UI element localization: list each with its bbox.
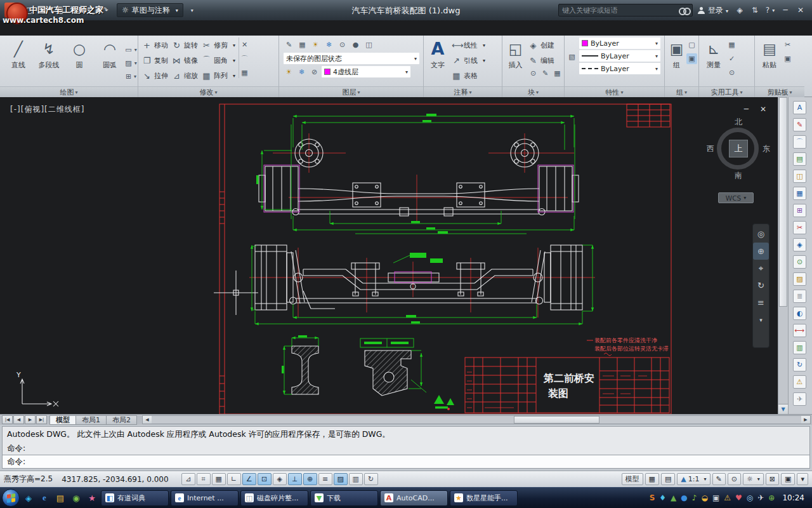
dock-icon-15[interactable]: ▥	[793, 341, 806, 354]
tray-icon-1[interactable]: S	[650, 493, 655, 502]
color-dropdown[interactable]: ByLayer	[579, 37, 660, 49]
help-button[interactable]: ?	[763, 4, 777, 17]
tab-layout2[interactable]: 布局2	[106, 415, 137, 425]
quick-properties-toggle[interactable]: ▥	[349, 473, 363, 485]
first-layout-icon[interactable]: |◀	[2, 415, 13, 424]
panel-annotation-caption[interactable]: 注释	[424, 86, 502, 97]
viewcube-south[interactable]: 南	[735, 170, 742, 181]
layer-freeze-icon[interactable]: ❄	[324, 39, 334, 50]
scale-button[interactable]: ⊿缩放	[170, 68, 200, 83]
table-button[interactable]: ▦表格	[450, 68, 487, 83]
tray-icon-11[interactable]: ✈	[757, 493, 764, 502]
dock-icon-14[interactable]: ⟷	[793, 324, 806, 337]
chamfer-icon[interactable]: ⌒	[239, 53, 250, 64]
circle-button[interactable]: ○圆	[65, 37, 94, 86]
taskbar-clock[interactable]: 10:24	[780, 493, 812, 502]
quick-access-dropdown[interactable]	[184, 4, 198, 17]
dock-icon-11[interactable]: ▨	[793, 272, 806, 286]
polyline-button[interactable]: ↯多段线	[34, 37, 63, 86]
quick-view-drawings-icon[interactable]: ▤	[661, 473, 675, 485]
copy-clip-icon[interactable]: ▣	[782, 53, 793, 64]
panel-group-caption[interactable]: 组	[665, 86, 698, 97]
prev-layout-icon[interactable]: ◀	[13, 415, 24, 424]
edit-block-button[interactable]: ✎编辑	[527, 53, 563, 68]
calculator-icon[interactable]: ▦	[726, 39, 737, 50]
viewcube-north[interactable]: 北	[735, 117, 742, 128]
navbar-menu-icon[interactable]: ▾	[753, 311, 769, 328]
panel-properties-caption[interactable]: 特性	[565, 86, 664, 97]
ortho-toggle[interactable]: ∟	[227, 473, 241, 485]
lineweight-toggle[interactable]: ≡	[318, 473, 332, 485]
group-edit-icon[interactable]: ▣	[686, 53, 697, 64]
panel-utilities-caption[interactable]: 实用工具	[699, 86, 754, 97]
infer-constraints-toggle[interactable]: ⊿	[181, 473, 195, 485]
attribute-icon-2[interactable]: ✎	[540, 68, 551, 79]
mirror-button[interactable]: ⋈镜像	[170, 53, 200, 68]
viewcube-east[interactable]: 东	[763, 144, 770, 154]
tray-icon-2[interactable]: ♦	[659, 493, 666, 502]
quick-select-icon[interactable]: ✓	[726, 53, 737, 64]
pan-icon[interactable]: ⊕	[753, 243, 769, 260]
paste-button[interactable]: ▤粘贴	[757, 37, 782, 86]
create-block-button[interactable]: ◈创建	[527, 37, 563, 53]
polar-toggle[interactable]: ∠	[242, 473, 256, 485]
exchange-apps-icon[interactable]: ◈	[733, 4, 747, 17]
copy-button[interactable]: ❐复制	[140, 53, 170, 68]
layer-state-dropdown[interactable]: 未保存的图层状态	[284, 53, 419, 64]
scroll-down-icon[interactable]: ▼	[778, 404, 788, 414]
trim-button[interactable]: ✂修剪	[200, 37, 237, 53]
dock-icon-12[interactable]: ≣	[793, 290, 806, 303]
tray-icon-9[interactable]: ♥	[735, 493, 742, 502]
quick-launch-icon-1[interactable]: ◈	[22, 491, 36, 505]
dock-icon-9[interactable]: ◈	[793, 238, 806, 251]
status-menu-chevron-icon[interactable]: ▾	[797, 473, 808, 485]
dock-icon-13[interactable]: ◐	[793, 307, 806, 320]
autoscale-icon[interactable]: ⊙	[728, 473, 741, 485]
viewcube-west[interactable]: 西	[707, 144, 714, 154]
cut-icon[interactable]: ✂	[782, 39, 793, 50]
group-button[interactable]: ▣组	[667, 37, 686, 86]
minimize-icon[interactable]: ─	[778, 4, 792, 17]
showmotion-icon[interactable]: ≡	[753, 294, 769, 311]
taskbar-item-download[interactable]: ▼下载	[310, 490, 378, 506]
3dosnap-toggle[interactable]: ◈	[273, 473, 287, 485]
taskbar-item-defrag[interactable]: ◫磁盘碎片整...	[240, 490, 308, 506]
array-button[interactable]: ▦阵列	[200, 68, 237, 83]
current-layer-dropdown[interactable]: 4虚线层	[322, 66, 410, 77]
layer-list-icon[interactable]: ▦	[297, 39, 308, 50]
linear-dimension-button[interactable]: ⟷线性	[450, 37, 487, 53]
taskbar-item-stars[interactable]: ★数星星能手...	[450, 490, 518, 506]
viewcube[interactable]: 北 西 东 南 上	[709, 118, 768, 185]
dock-icon-2[interactable]: ✎	[793, 118, 806, 131]
doc-minimize-icon[interactable]: ─	[744, 105, 749, 114]
orbit-icon[interactable]: ↻	[753, 277, 769, 294]
dock-icon-8[interactable]: ✂	[793, 221, 806, 234]
attribute-icon-3[interactable]: ▦	[552, 68, 563, 79]
annotation-scale-button[interactable]: ▲1:1	[677, 473, 710, 485]
region-icon[interactable]: ⊞	[126, 71, 136, 82]
quick-launch-icon-5[interactable]: ★	[85, 491, 99, 505]
next-layout-icon[interactable]: ▶	[25, 415, 36, 424]
sign-in-button[interactable]: 登录	[708, 5, 728, 16]
stretch-button[interactable]: ↘拉伸	[140, 68, 170, 83]
layer-lock-icon[interactable]: ●	[350, 39, 361, 50]
quick-launch-icon-3[interactable]: ▤	[53, 491, 67, 505]
viewport-controls[interactable]: [-][俯视][二维线框]	[10, 104, 84, 115]
linetype-dropdown[interactable]: ByLayer	[579, 63, 660, 74]
layer-isolate-icon[interactable]: ⊙	[337, 39, 348, 50]
transparency-toggle[interactable]: ▨	[334, 473, 348, 485]
quick-launch-icon-2[interactable]: e	[37, 491, 51, 505]
horizontal-scrollbar-thumb[interactable]	[514, 416, 599, 424]
drawing-canvas[interactable]: 第二前桥安 装图 装配前各零件应清洗干净 装配后各部位运转灵活无卡滞	[0, 97, 778, 414]
dynamic-input-toggle[interactable]: ⊕	[303, 473, 317, 485]
coordinates-display[interactable]: 4317.825, -2034.691, 0.000	[62, 475, 168, 484]
hatch-icon[interactable]: ▨	[126, 58, 136, 69]
ungroup-icon[interactable]: ▢	[686, 39, 697, 50]
grid-toggle[interactable]: ▦	[212, 473, 226, 485]
vertical-scrollbar-thumb[interactable]	[779, 97, 787, 307]
dock-icon-17[interactable]: ⚠	[793, 375, 806, 389]
wcs-dropdown[interactable]: WCS	[718, 192, 754, 203]
start-button[interactable]	[2, 489, 20, 507]
osnap-toggle[interactable]: ⊡	[258, 473, 272, 485]
panel-block-caption[interactable]: 块	[502, 86, 564, 97]
